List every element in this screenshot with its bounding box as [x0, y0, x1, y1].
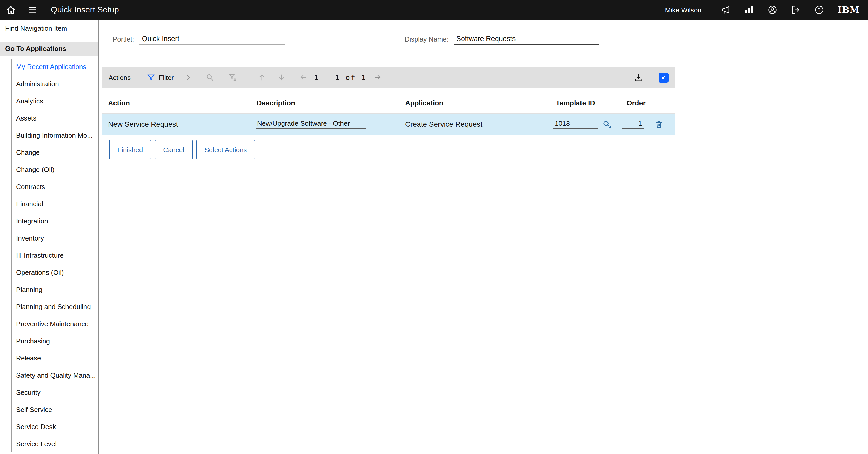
- app-window: Quick Insert Setup Mike Wilson: [0, 0, 868, 454]
- topbar: Quick Insert Setup Mike Wilson: [0, 0, 868, 20]
- svg-text:?: ?: [818, 7, 821, 13]
- collapse-table-button[interactable]: [659, 72, 669, 82]
- portlet-label: Portlet:: [113, 35, 134, 43]
- go-to-applications-header[interactable]: Go To Applications: [0, 41, 98, 56]
- download-button[interactable]: [632, 71, 645, 84]
- column-header-description: Description: [257, 93, 295, 114]
- expand-filter-button[interactable]: [181, 71, 194, 84]
- column-header-action: Action: [108, 93, 130, 114]
- filter-toggle-button[interactable]: [144, 71, 158, 84]
- previous-page-button[interactable]: [296, 71, 310, 84]
- help-button[interactable]: ?: [814, 5, 825, 15]
- user-icon: [768, 5, 778, 15]
- nav-item-inventory[interactable]: Inventory: [0, 230, 98, 247]
- arrow-up-icon: [257, 73, 266, 82]
- column-header-template-id: Template ID: [556, 93, 595, 114]
- applications-list: My Recent Applications Administration An…: [0, 56, 98, 452]
- nav-tree-line: [11, 59, 12, 452]
- ibm-logo: IBM: [838, 5, 860, 15]
- pagination-label: 1 – 1 of 1: [314, 73, 367, 82]
- nav-item-security[interactable]: Security: [0, 384, 98, 401]
- clear-filter-icon: [228, 73, 237, 82]
- topbar-right: Mike Wilson: [665, 5, 860, 15]
- column-header-application: Application: [405, 93, 443, 114]
- table-row[interactable]: New Service Request Create Service Reque…: [102, 114, 675, 135]
- arrow-right-icon: [373, 73, 382, 82]
- finished-button[interactable]: Finished: [109, 140, 151, 159]
- nav-item-operations-oil[interactable]: Operations (Oil): [0, 264, 98, 281]
- actions-button[interactable]: Actions: [108, 73, 131, 81]
- display-name-input[interactable]: [454, 33, 599, 45]
- megaphone-icon: [721, 5, 731, 15]
- select-actions-button[interactable]: Select Actions: [196, 140, 255, 159]
- navigation-sidebar: Find Navigation Item Go To Applications …: [0, 20, 99, 454]
- row-action-value: New Service Request: [108, 114, 178, 135]
- nav-item-preventive-maintenance[interactable]: Preventive Maintenance: [0, 315, 98, 332]
- filter-link[interactable]: Filter: [159, 73, 174, 81]
- template-id-lookup-button[interactable]: [601, 118, 613, 130]
- row-description-input[interactable]: [255, 118, 366, 129]
- profile-button[interactable]: [768, 5, 778, 15]
- search-icon: [205, 73, 214, 82]
- nav-item-self-service[interactable]: Self Service: [0, 401, 98, 418]
- portlet-input[interactable]: [139, 33, 285, 45]
- nav-item-purchasing[interactable]: Purchasing: [0, 332, 98, 350]
- home-button[interactable]: [0, 0, 22, 20]
- trash-icon: [654, 119, 663, 129]
- nav-item-contracts[interactable]: Contracts: [0, 178, 98, 195]
- toolbar-right-group: [632, 71, 669, 84]
- arrow-left-icon: [299, 73, 308, 82]
- nav-item-change-oil[interactable]: Change (Oil): [0, 161, 98, 178]
- nav-item-integration[interactable]: Integration: [0, 212, 98, 230]
- form-buttons: Finished Cancel Select Actions: [109, 140, 255, 159]
- nav-item-financial[interactable]: Financial: [0, 195, 98, 212]
- filter-icon: [146, 73, 156, 82]
- app-body: Find Navigation Item Go To Applications …: [0, 20, 868, 454]
- nav-item-service-desk[interactable]: Service Desk: [0, 418, 98, 435]
- hamburger-icon: [28, 5, 38, 15]
- nav-item-service-level[interactable]: Service Level: [0, 435, 98, 452]
- nav-item-administration[interactable]: Administration: [0, 75, 98, 92]
- chevron-right-icon: [184, 73, 192, 82]
- reports-button[interactable]: [744, 5, 754, 15]
- table-toolbar: Actions Filter: [102, 67, 675, 88]
- nav-item-planning[interactable]: Planning: [0, 281, 98, 298]
- clear-filter-button[interactable]: [226, 71, 239, 84]
- nav-item-analytics[interactable]: Analytics: [0, 92, 98, 110]
- nav-item-assets[interactable]: Assets: [0, 110, 98, 127]
- download-icon: [633, 72, 643, 82]
- next-row-button[interactable]: [275, 71, 288, 84]
- help-icon: ?: [814, 5, 825, 15]
- table-header-row: Action Description Application Template …: [102, 93, 675, 114]
- next-page-button[interactable]: [371, 71, 384, 84]
- row-template-id-input[interactable]: [553, 118, 598, 129]
- collapse-arrow-icon: [660, 73, 668, 81]
- nav-item-release[interactable]: Release: [0, 350, 98, 367]
- magnifier-detail-icon: [602, 119, 612, 129]
- announcements-button[interactable]: [721, 5, 731, 15]
- previous-row-button[interactable]: [255, 71, 268, 84]
- display-name-label: Display Name:: [405, 35, 448, 43]
- column-header-order: Order: [609, 93, 646, 114]
- logout-icon: [791, 5, 801, 15]
- find-navigation-item[interactable]: Find Navigation Item: [0, 20, 98, 37]
- main-content: Portlet: Display Name: Actions Filter: [99, 20, 868, 454]
- nav-item-planning-and-scheduling[interactable]: Planning and Scheduling: [0, 298, 98, 315]
- home-icon: [6, 5, 16, 15]
- display-name-field-group: Display Name:: [405, 33, 599, 45]
- user-menu[interactable]: Mike Wilson: [665, 6, 702, 14]
- search-button[interactable]: [203, 71, 216, 84]
- nav-item-change[interactable]: Change: [0, 144, 98, 161]
- portlet-field-group: Portlet:: [113, 33, 285, 45]
- row-order-input[interactable]: [622, 118, 644, 129]
- nav-item-safety-and-quality[interactable]: Safety and Quality Mana...: [0, 367, 98, 384]
- nav-item-my-recent-applications[interactable]: My Recent Applications: [0, 58, 98, 75]
- bar-chart-icon: [744, 5, 754, 15]
- cancel-button[interactable]: Cancel: [155, 140, 192, 159]
- nav-item-building-information[interactable]: Building Information Mo...: [0, 127, 98, 144]
- logout-button[interactable]: [791, 5, 801, 15]
- arrow-down-icon: [277, 73, 286, 82]
- menu-button[interactable]: [22, 0, 43, 20]
- delete-row-button[interactable]: [653, 118, 664, 130]
- nav-item-it-infrastructure[interactable]: IT Infrastructure: [0, 247, 98, 264]
